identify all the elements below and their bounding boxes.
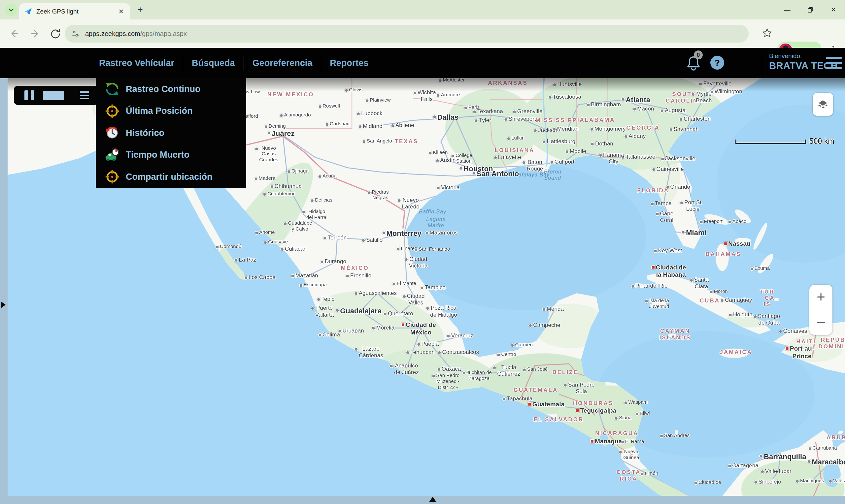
- map-label: ALABAMA: [580, 116, 615, 123]
- map-label: Delicias: [315, 197, 332, 203]
- map-label: IS: [763, 301, 771, 307]
- map-label: Querétaro: [388, 310, 413, 317]
- expand-up-icon[interactable]: [429, 497, 436, 502]
- map-label: Gonaïves: [783, 328, 807, 335]
- map-label: Pinar del Rio: [635, 283, 667, 289]
- menu-item-histórico[interactable]: Histórico: [96, 122, 246, 144]
- map-label: LOUISIANA: [495, 147, 535, 154]
- map-label: Waspam: [628, 399, 648, 406]
- map-label: Lufkin: [511, 135, 525, 141]
- map-label: Tyler: [479, 117, 491, 124]
- nav-item-reportes[interactable]: Reportes: [321, 58, 377, 68]
- map-label: Meridian: [557, 126, 579, 132]
- history-icon: [104, 125, 120, 141]
- map-label: La Paz: [239, 257, 257, 263]
- map-label: San José: [527, 366, 548, 372]
- map-label: Centro: [501, 351, 516, 357]
- map-label: CA: [765, 295, 775, 302]
- zoom-out-button[interactable]: −: [809, 311, 832, 334]
- browser-tab[interactable]: Zeek GPS light ✕: [19, 3, 130, 19]
- map-label: BAHAMAS: [705, 251, 741, 258]
- map-label: Chihuahua: [275, 183, 302, 190]
- stop-bar-icon[interactable]: [43, 91, 64, 100]
- map-label: Fayetteville: [703, 80, 732, 87]
- map-label: Culiacán: [285, 246, 307, 252]
- map-layers-button[interactable]: [813, 93, 833, 116]
- map-label: Fresnillo: [350, 272, 371, 279]
- url-path: /gps/mapa.aspx: [140, 30, 187, 37]
- left-panel-collapsed[interactable]: [0, 78, 7, 504]
- map-label: FLORIDA: [637, 187, 669, 194]
- map-label: Cartagena: [732, 463, 758, 469]
- map-label: Atlanta: [626, 96, 651, 104]
- pause-icon[interactable]: [24, 90, 38, 100]
- map-label: Aguascalientes: [359, 290, 397, 296]
- map-label: Camagüey: [725, 297, 752, 304]
- map-label: Coatzacoalcos: [442, 349, 479, 356]
- map-label: GEORGIA: [627, 125, 660, 131]
- map-label: San Pedro Sula: [568, 382, 595, 395]
- forward-icon[interactable]: [30, 28, 41, 39]
- map-label: Puerto Vallarta: [315, 305, 334, 318]
- new-tab-button[interactable]: +: [135, 4, 146, 16]
- map-label: Augusta: [665, 107, 685, 114]
- menu-item-label: Rastreo Continuo: [126, 84, 201, 94]
- map-label: Gulfport: [554, 159, 574, 165]
- site-settings-icon[interactable]: [71, 29, 80, 38]
- map-scale-bar: [735, 140, 806, 144]
- map-label: Freeport: [704, 218, 723, 224]
- tab-search-button[interactable]: [5, 4, 17, 16]
- map-label: Los Cabos: [249, 274, 275, 281]
- map-label: REPÚBLICA DOMINICANA: [818, 337, 845, 350]
- mini-menu-icon[interactable]: [80, 91, 89, 99]
- map-label: Nueva Guinea: [623, 449, 639, 461]
- reload-icon[interactable]: [50, 28, 61, 39]
- zoom-in-button[interactable]: +: [809, 285, 832, 308]
- map-label: ARUBA: [827, 434, 845, 441]
- map-label: San Fernando: [419, 246, 450, 252]
- map-label: NICARAGUA: [595, 430, 638, 437]
- map-label: Carirubana: [812, 445, 837, 451]
- map-label: BELIZE: [552, 369, 578, 376]
- menu-item-rastreo-continuo[interactable]: Rastreo Continuo: [96, 78, 246, 100]
- map-label: Mobile: [570, 148, 586, 155]
- map-label: Clovis: [349, 87, 363, 93]
- map-label: Morón: [714, 288, 728, 294]
- menu-item-última-posición[interactable]: Última Posición: [96, 100, 246, 122]
- map-label: Shreveport: [508, 116, 536, 122]
- tab-close-icon[interactable]: ✕: [117, 7, 125, 16]
- menu-item-compartir-ubicación[interactable]: Compartir ubicación: [96, 166, 246, 188]
- bottom-panel-collapsed[interactable]: [0, 496, 845, 504]
- chevron-down-icon: [8, 6, 15, 13]
- map-label: Nassau: [728, 240, 751, 247]
- map-canvas[interactable]: ARKANSASNEW MEXICOTEXASLOUISIANAMISSISSI…: [0, 78, 845, 504]
- menu-item-label: Compartir ubicación: [126, 172, 213, 182]
- help-icon[interactable]: ?: [710, 56, 724, 70]
- window-restore-button[interactable]: [801, 0, 820, 19]
- map-label: TUR: [760, 289, 774, 295]
- main-nav: Rastreo VehícularBúsquedaGeoreferenciaRe…: [99, 48, 377, 78]
- back-icon[interactable]: [8, 28, 20, 39]
- sync-icon: [104, 81, 120, 97]
- nav-item-georeferencia[interactable]: Georeferencia: [244, 58, 321, 68]
- window-minimize-button[interactable]: —: [778, 0, 797, 19]
- nav-item-b-squeda[interactable]: Búsqueda: [183, 58, 244, 68]
- menu-item-tiempo-muerto[interactable]: Tiempo Muerto: [96, 144, 246, 166]
- map-label: Tallahassee: [626, 154, 655, 160]
- hamburger-menu-icon[interactable]: [826, 57, 842, 69]
- expand-right-icon[interactable]: [1, 302, 6, 308]
- map-label: Acapulco de Juárez: [394, 362, 419, 376]
- map-label: Panama City: [603, 152, 624, 165]
- map-label: Austin: [440, 157, 456, 164]
- nav-item-rastreo-veh-cular[interactable]: Rastreo Vehícular: [99, 58, 183, 68]
- url-bar[interactable]: apps.zeekgps.com/gps/mapa.aspx: [65, 25, 749, 42]
- map-label: Campeche: [533, 322, 560, 328]
- map-label: Puebla: [422, 341, 439, 347]
- map-label: Ciudad Victoria: [409, 256, 427, 269]
- map-label: COSTA RICA: [617, 469, 641, 482]
- bookmark-star-icon[interactable]: [761, 28, 773, 39]
- window-close-button[interactable]: ✕: [824, 0, 843, 19]
- map-label: Midland: [363, 123, 383, 130]
- map-label: Killeen: [433, 149, 447, 155]
- map-label: Escuinapa: [304, 282, 327, 288]
